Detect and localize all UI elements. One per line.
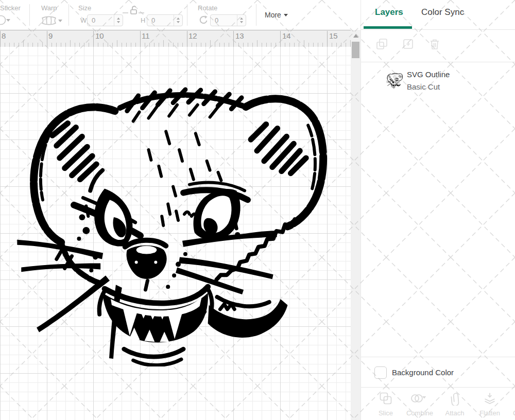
attach-icon — [448, 391, 461, 406]
toolbar-divider — [187, 4, 187, 26]
layer-name: SVG Outline — [407, 70, 450, 79]
toolbar-divider — [256, 4, 256, 26]
duplicate-icon[interactable] — [376, 38, 388, 50]
attach-label: Attach — [438, 409, 471, 417]
sticker-section-label: Sticker — [0, 4, 21, 12]
slice-icon — [379, 391, 392, 406]
horizontal-ruler: 8 9 10 11 12 13 14 15 — [0, 30, 351, 47]
layer-cut-type: Basic Cut — [407, 82, 440, 91]
ruler-number: 14 — [282, 31, 291, 40]
lock-unlocked-icon[interactable] — [122, 4, 145, 15]
ruler-number: 11 — [142, 31, 150, 40]
ruler-number: 9 — [48, 31, 53, 40]
slice-button[interactable]: Slice — [369, 391, 402, 417]
rotate-section-label: Rotate — [198, 4, 217, 12]
width-label: W — [80, 16, 87, 24]
combine-icon — [410, 391, 430, 406]
background-color-row: Background Color — [361, 357, 515, 387]
add-layer-icon[interactable] — [402, 38, 415, 50]
ruler-number: 13 — [235, 31, 244, 40]
ruler-number: 8 — [2, 31, 6, 40]
height-label: H — [141, 16, 145, 24]
width-input[interactable]: 0 — [87, 14, 123, 26]
layer-thumbnail — [386, 72, 404, 89]
panel-divider — [361, 29, 515, 30]
ruler-number: 12 — [188, 31, 197, 40]
height-value: 0 — [147, 15, 174, 26]
angry-rodent-artwork[interactable] — [14, 85, 348, 366]
background-color-swatch[interactable] — [374, 366, 387, 379]
contour-button[interactable]: Contour — [508, 391, 515, 417]
ruler-number: 15 — [329, 31, 338, 40]
scroll-up-icon[interactable] — [353, 34, 358, 38]
height-input[interactable]: 0 — [147, 14, 183, 26]
panel-divider — [361, 62, 515, 62]
rotate-value: 0 — [211, 15, 237, 26]
layers-panel: Layers Color Sync — [360, 0, 515, 420]
layer-row[interactable]: SVG Outline Basic Cut — [361, 66, 515, 96]
height-stepper[interactable] — [174, 15, 182, 26]
ruler-number: 10 — [95, 31, 104, 40]
toolbar-divider — [29, 4, 30, 26]
rotate-icon[interactable] — [198, 15, 209, 25]
delete-icon[interactable] — [428, 38, 441, 50]
width-stepper[interactable] — [114, 15, 123, 26]
slice-label: Slice — [369, 409, 402, 417]
flatten-label: Flatten — [473, 409, 506, 417]
warp-icon[interactable] — [41, 15, 57, 26]
toolbar-divider — [68, 4, 69, 26]
sticker-dropdown-icon[interactable] — [6, 19, 10, 22]
width-value: 0 — [88, 15, 114, 26]
rotate-stepper[interactable] — [237, 15, 246, 26]
more-dropdown-icon — [284, 14, 288, 16]
more-label: More — [265, 11, 281, 19]
active-tab-underline — [364, 26, 412, 29]
contour-label: Contour — [508, 409, 515, 417]
panel-divider — [361, 387, 515, 388]
design-app-window: 8 9 10 11 12 13 14 15 Sticker Warp Siz — [0, 0, 515, 420]
canvas-vertical-scrollbar[interactable] — [351, 30, 360, 420]
tab-layers[interactable]: Layers — [375, 7, 403, 18]
flatten-button[interactable]: Flatten — [473, 391, 506, 417]
size-section-label: Size — [78, 4, 91, 12]
warp-dropdown-icon[interactable] — [58, 20, 62, 22]
flatten-icon — [483, 391, 496, 406]
combine-label: Combine — [403, 409, 436, 417]
rotate-input[interactable]: 0 — [210, 14, 246, 26]
attach-button[interactable]: Attach — [438, 391, 471, 417]
combine-button[interactable]: Combine — [403, 391, 436, 417]
tab-color-sync[interactable]: Color Sync — [421, 7, 464, 18]
scrollbar-thumb[interactable] — [352, 42, 359, 58]
more-button[interactable]: More — [265, 11, 288, 19]
edit-toolbar: Sticker Warp Size W 0 — [0, 0, 351, 30]
warp-section-label: Warp — [41, 4, 57, 12]
background-color-label: Background Color — [392, 368, 454, 377]
